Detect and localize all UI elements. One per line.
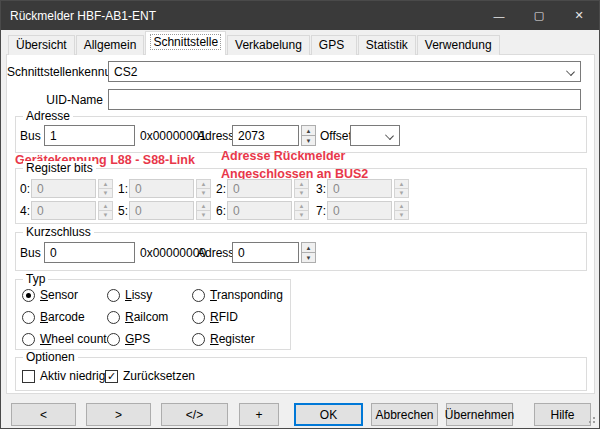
minimize-button[interactable]: — (479, 1, 519, 30)
kurzschluss-bus-value: 0 (50, 246, 57, 260)
resize-grip[interactable] (593, 421, 595, 423)
register-value: 0 (333, 204, 340, 218)
spinner-up-button: ▲ (196, 201, 211, 211)
spinner-up-button: ▲ (98, 179, 113, 189)
caption-buttons: — ▢ ✕ (479, 1, 599, 30)
radio-gps[interactable]: GPS (107, 332, 150, 346)
spinner-down-button[interactable]: ▼ (301, 253, 316, 263)
arrow-down-icon: ▼ (201, 190, 207, 196)
arrow-down-icon: ▼ (103, 212, 109, 218)
title-bar: Rückmelder HBF-AB1-ENT — ▢ ✕ (1, 1, 599, 30)
interface-id-label: Schnittstellenkennung (7, 65, 103, 79)
close-icon: ✕ (574, 9, 583, 22)
radio-lissy[interactable]: Lissy (107, 288, 152, 302)
spinner-down-button: ▼ (98, 211, 113, 220)
adresse-input[interactable]: 2073 (232, 125, 299, 146)
kurzschluss-bus-input[interactable]: 0 (44, 242, 135, 263)
prev-button[interactable]: < (11, 403, 76, 426)
next-button[interactable]: > (86, 403, 151, 426)
button-label: OK (320, 408, 337, 422)
register-spinner-5: ▲▼ (196, 201, 211, 220)
spinner-up-button: ▲ (294, 201, 309, 211)
radio-icon (22, 311, 35, 324)
radio-icon (107, 289, 120, 302)
register-value: 0 (233, 182, 240, 196)
close-button[interactable]: ✕ (559, 1, 599, 30)
add-button[interactable]: + (239, 403, 279, 426)
radio-barcode[interactable]: Barcode (22, 310, 85, 324)
arrow-up-icon: ▲ (399, 181, 405, 187)
spinner-down-button: ▼ (294, 211, 309, 220)
register-value: 0 (37, 204, 44, 218)
help-button[interactable]: Hilfe (534, 403, 591, 426)
register-spinner-6: ▲▼ (294, 201, 309, 220)
offset-combobox[interactable] (350, 125, 400, 146)
tab-uebersicht[interactable]: Übersicht (8, 35, 75, 55)
register-input-2: 0 (227, 179, 292, 198)
tab-statistik[interactable]: Statistik (358, 35, 416, 55)
tab-gps[interactable]: GPS (311, 35, 357, 55)
register-label: 2: (216, 182, 226, 196)
radio-railcom[interactable]: Railcom (107, 310, 168, 324)
tab-label: Allgemein (84, 38, 137, 52)
button-label: Übernehmen (445, 408, 514, 422)
code-button[interactable]: </> (161, 403, 228, 426)
checkbox-zuruecksetzen[interactable]: ✓ Zurücksetzen (105, 369, 195, 383)
radio-rfid[interactable]: RFID (192, 310, 238, 324)
checkbox-aktiv-niedrig[interactable]: Aktiv niedrig (22, 369, 105, 383)
spinner-up-button: ▲ (98, 201, 113, 211)
spinner-down-button: ▼ (294, 189, 309, 198)
radio-transponding[interactable]: Transponding (192, 288, 283, 302)
tab-verwendung[interactable]: Verwendung (417, 35, 500, 55)
tab-strip: Übersicht Allgemein Schnittstelle Verkab… (8, 31, 501, 55)
spinner-down-button: ▼ (196, 189, 211, 198)
radio-icon (192, 289, 205, 302)
register-label: 5: (118, 204, 128, 218)
tab-allgemein[interactable]: Allgemein (76, 35, 145, 55)
tab-schnittstelle[interactable]: Schnittstelle (145, 31, 226, 55)
arrow-up-icon: ▲ (201, 203, 207, 209)
apply-button[interactable]: Übernehmen (446, 403, 513, 426)
bus-value: 1 (50, 129, 57, 143)
register-input-5: 0 (129, 201, 194, 220)
dialog-window: Rückmelder HBF-AB1-ENT — ▢ ✕ Übersicht A… (0, 0, 600, 429)
interface-id-combobox[interactable]: CS2 (108, 61, 581, 82)
radio-wheel-counter[interactable]: Wheel counter (22, 332, 117, 346)
register-label: 7: (316, 204, 326, 218)
register-bits-legend: Register bits (23, 161, 96, 175)
maximize-icon: ▢ (534, 9, 544, 22)
register-spinner-0: ▲▼ (98, 179, 113, 198)
spinner-up-button: ▲ (394, 201, 409, 211)
register-value: 0 (135, 204, 142, 218)
radio-sensor[interactable]: Sensor (22, 288, 78, 302)
arrow-up-icon: ▲ (299, 181, 305, 187)
ok-button[interactable]: OK (294, 403, 363, 426)
checkbox-label: Aktiv niedrig (40, 369, 105, 383)
arrow-up-icon: ▲ (299, 203, 305, 209)
cancel-button[interactable]: Abbrechen (371, 403, 438, 426)
button-label: > (115, 408, 122, 422)
spinner-up-button[interactable]: ▲ (301, 242, 316, 253)
uid-name-input[interactable] (108, 89, 581, 110)
maximize-button[interactable]: ▢ (519, 1, 559, 30)
register-value: 0 (37, 182, 44, 196)
kurzschluss-adresse-spinner: ▲ ▼ (301, 242, 316, 263)
kurzschluss-adresse-input[interactable]: 0 (232, 242, 299, 263)
bus-input[interactable]: 1 (44, 125, 135, 146)
register-label: 1: (118, 182, 128, 196)
spinner-up-button: ▲ (294, 179, 309, 189)
spinner-down-button[interactable]: ▼ (301, 136, 316, 146)
tab-verkabelung[interactable]: Verkabelung (227, 35, 310, 55)
radio-register[interactable]: Register (192, 332, 255, 346)
checkbox-checked-icon: ✓ (105, 370, 118, 383)
spinner-up-button[interactable]: ▲ (301, 125, 316, 136)
register-spinner-1: ▲▼ (196, 179, 211, 198)
register-label: 0: (20, 182, 30, 196)
spinner-down-button: ▼ (394, 189, 409, 198)
arrow-up-icon: ▲ (306, 245, 312, 251)
button-label: </> (186, 408, 203, 422)
kurzschluss-bus-label: Bus (20, 246, 41, 260)
register-label: 3: (316, 182, 326, 196)
tab-label: Schnittstelle (150, 34, 221, 50)
button-label: + (255, 408, 262, 422)
